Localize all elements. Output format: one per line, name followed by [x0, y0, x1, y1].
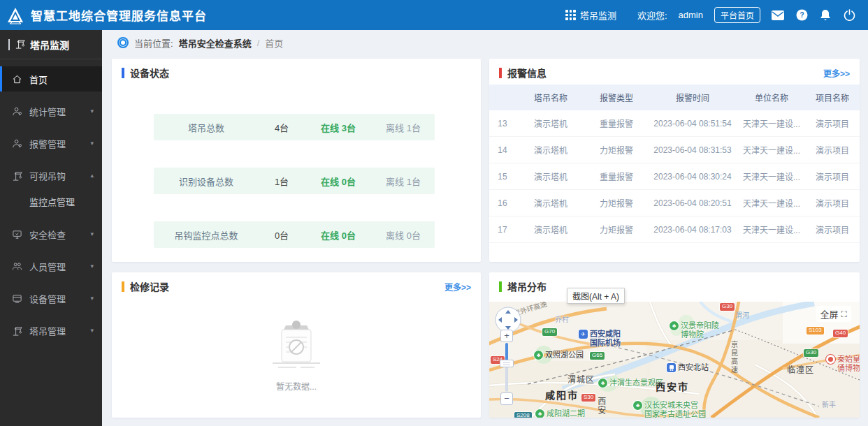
sidebar-item-visual-hook[interactable]: 可视吊钩▴: [0, 163, 102, 188]
sidebar-item-personnel[interactable]: 人员管理▾: [0, 254, 102, 279]
app-logo: [0, 6, 31, 24]
chevron-down-icon: ▾: [90, 108, 94, 115]
park-icon: ♣: [534, 351, 543, 360]
breadcrumb-prefix: 当前位置:: [134, 36, 173, 50]
sidebar-title-bar: [8, 39, 10, 50]
zoom-in-button[interactable]: +: [500, 330, 513, 342]
sidebar-item-equipment[interactable]: 设备管理▾: [0, 286, 102, 311]
map-canvas[interactable]: 西安外环高速 乔村 ✈ 西安咸阳国际机场 ♣ 双照湖公园 渭城区 咸阳市 ♣ 沣…: [489, 302, 860, 418]
device-status-panel: 设备状态 塔吊总数 4台 在线 3台 离线 1台 识别设备总数 1台 在线 0台…: [112, 59, 481, 262]
map-label-village: 新丰: [822, 401, 836, 409]
park-icon: ♣: [598, 379, 607, 388]
welcome-label: 欢迎您:: [637, 8, 667, 22]
road-badge: G70: [542, 328, 557, 336]
panel-title: 报警信息: [507, 66, 547, 80]
sidebar-item-crane-mgmt[interactable]: 塔吊管理▾: [0, 318, 102, 343]
sidebar-item-home[interactable]: 首页: [0, 66, 102, 91]
map-fullscreen-button[interactable]: 全屏 ⛶: [816, 306, 851, 322]
home-icon: [11, 73, 22, 85]
map-label-district: 渭城区: [567, 376, 595, 385]
table-row[interactable]: 16演示塔机力矩报警2023-06-04 08:20:51天津天一建设...演示…: [489, 190, 860, 216]
svg-text:?: ?: [800, 11, 804, 19]
apps-grid-icon: [565, 10, 576, 20]
chevron-down-icon: ▾: [90, 295, 94, 302]
tower-crane-icon: [11, 325, 22, 336]
road-badge: G40: [833, 330, 848, 337]
road-badge: S103: [806, 327, 824, 335]
road-badge: S30: [581, 394, 595, 402]
notification-bell-icon[interactable]: [819, 9, 832, 22]
map-label-village: 乔村: [555, 316, 569, 324]
platform-home-button[interactable]: 平台首页: [714, 7, 760, 23]
zoom-slider-handle[interactable]: [500, 360, 514, 367]
museum-icon: [826, 355, 835, 364]
empty-state-text: 暂无数据...: [276, 380, 317, 392]
breadcrumb-current[interactable]: 首页: [265, 36, 283, 50]
title-bar-red: [499, 68, 502, 78]
no-data-clipboard-icon: [263, 318, 330, 374]
sidebar-item-statistics[interactable]: 统计管理▾: [0, 98, 102, 124]
road-badge: G30: [720, 303, 735, 311]
title-bar-blue: [122, 68, 124, 78]
park-icon: ♣: [670, 321, 679, 330]
device-icon: [11, 293, 22, 304]
sidebar-item-safety-check[interactable]: 安全检查▾: [0, 221, 102, 247]
road-badge: G30: [804, 349, 818, 357]
sidebar-item-monitor-points[interactable]: 监控点管理: [0, 188, 102, 214]
alarm-table: 塔吊名称 报警类型 报警时间 单位名称 项目名称 13演示塔机重量报警2023-…: [489, 85, 860, 243]
chevron-down-icon: ▾: [90, 327, 94, 334]
status-row-recognition: 识别设备总数 1台 在线 0台 离线 1台: [154, 168, 435, 194]
chevron-down-icon: ▾: [90, 263, 94, 270]
crane-distribution-panel: 塔吊分布 截图(Alt + A): [489, 272, 860, 418]
people-icon: [11, 260, 22, 272]
airport-icon: ✈: [579, 330, 588, 339]
panel-title: 设备状态: [130, 66, 169, 80]
map-zoom-control: + −: [500, 330, 513, 405]
sidebar-item-alarm-mgmt[interactable]: 报警管理▾: [0, 131, 102, 156]
table-row[interactable]: 13演示塔机重量报警2023-06-04 08:51:54天津天一建设...演示…: [489, 110, 860, 137]
map-poi-heritage-park: ♣ 汉长安城未央宫国家考古遗址公园: [633, 401, 706, 418]
table-row[interactable]: 15演示塔机重量报警2023-06-04 08:30:24天津天一建设...演示…: [489, 163, 860, 190]
module-label: 塔吊监测: [580, 8, 616, 22]
help-icon[interactable]: ?: [795, 9, 808, 22]
park-icon: ♣: [633, 401, 642, 410]
road-badge: S208: [514, 412, 532, 418]
status-row-hook-points: 吊钩监控点总数 0台 在线 0台 离线 0台: [154, 221, 435, 248]
zoom-out-button[interactable]: −: [500, 392, 513, 405]
map-label-city: 西安市: [656, 381, 689, 392]
chevron-down-icon: ▾: [90, 140, 94, 147]
maintenance-more-link[interactable]: 更多>>: [444, 281, 471, 293]
alarm-more-link[interactable]: 更多>>: [823, 67, 850, 79]
status-row-cranes: 塔吊总数 4台 在线 3台 离线 1台: [154, 114, 435, 140]
sidebar-title: 塔吊监测: [0, 30, 102, 59]
map-label-city: 咸阳市: [545, 390, 579, 401]
park-icon: ♣: [535, 409, 544, 418]
title-bar-orange: [122, 281, 124, 292]
map-label-district: 临潼区: [787, 366, 814, 376]
fullscreen-icon: ⛶: [841, 309, 847, 319]
map-poi-park: ♣ 双照湖公园: [534, 351, 584, 360]
sidebar: 塔吊监测 首页 统计管理▾ 报警管理▾ 可视吊钩▴ 监控点管理 安全检查▾ 人员…: [0, 30, 102, 426]
module-switcher[interactable]: 塔吊监测: [565, 8, 616, 22]
map-label-road: 西安: [595, 397, 605, 415]
breadcrumb-system[interactable]: 塔吊安全检查系统: [179, 36, 252, 50]
power-icon[interactable]: [843, 9, 855, 22]
panel-title: 检修记录: [130, 279, 169, 293]
mail-icon[interactable]: [772, 9, 784, 22]
tower-crane-icon: [15, 38, 25, 51]
chevron-up-icon: ▴: [90, 172, 94, 179]
table-row[interactable]: 14演示塔机力矩报警2023-06-04 08:31:53天津天一建设...演示…: [489, 137, 860, 163]
map-label-road: 京昆高速: [730, 341, 738, 374]
zoom-slider[interactable]: [505, 343, 508, 392]
road-badge: G65: [590, 352, 605, 360]
table-row[interactable]: 17演示塔机力矩报警2023-06-04 08:17:03天津天一建设...演示…: [489, 216, 860, 243]
alarm-table-header: 塔吊名称 报警类型 报警时间 单位名称 项目名称: [489, 85, 860, 110]
empty-state: 暂无数据...: [112, 318, 481, 392]
panel-title: 塔吊分布: [507, 279, 547, 293]
map-poi-museum-red: 秦始皇帝陵俑博物馆: [826, 355, 860, 372]
breadcrumb: 当前位置: 塔吊安全检查系统 / 首页: [102, 30, 868, 55]
monitor-check-icon: [11, 228, 22, 240]
map-poi-airport: ✈ 西安咸阳国际机场: [579, 330, 621, 347]
user-gear-icon: [11, 105, 22, 117]
top-header: 智慧工地综合管理服务信息平台 塔吊监测 欢迎您: admin 平台首页 ?: [0, 0, 868, 30]
